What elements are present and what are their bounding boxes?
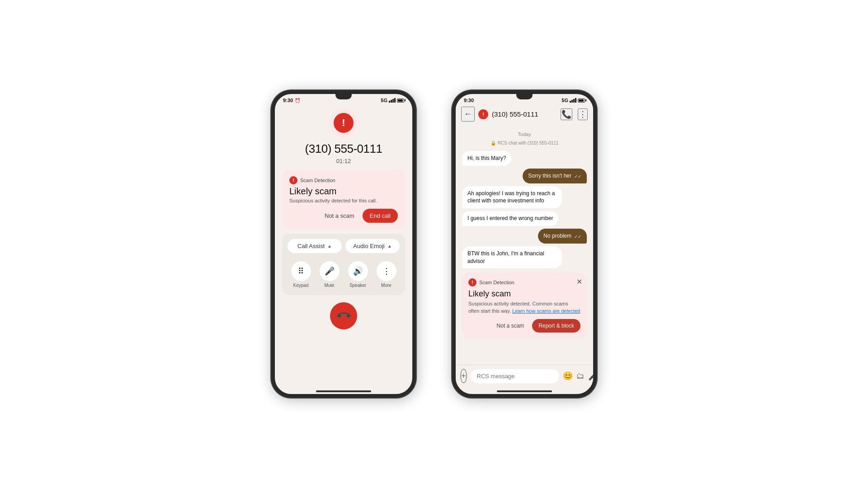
- scam-detection-header: ! Scam Detection: [289, 176, 398, 184]
- checkmarks-icon2: ✓✓: [574, 234, 581, 240]
- phone2-signal: 5G: [561, 98, 585, 103]
- chevron-up-icon: ▲: [327, 244, 332, 249]
- more-icon: ⋮: [377, 261, 396, 281]
- scam-alert-circle: !: [329, 108, 358, 137]
- battery-icon2: [578, 99, 585, 103]
- message-bubble-2: Sorry this isn't her ✓✓: [523, 169, 587, 183]
- call-duration: 01:12: [336, 158, 351, 164]
- scam-dot-icon2: !: [468, 278, 476, 286]
- not-a-scam-msg-button[interactable]: Not a scam: [492, 320, 529, 332]
- scam-msg-header: ! Scam Detection: [468, 278, 580, 286]
- signal-bars-icon2: [570, 98, 576, 103]
- scam-msg-actions: Not a scam Report & block: [468, 319, 580, 333]
- call-assist-label: Call Assist: [297, 243, 325, 249]
- scam-detection-msg-card: ✕ ! Scam Detection Likely scam Suspiciou…: [462, 273, 587, 338]
- audio-emoji-label: Audio Emoji: [353, 243, 384, 249]
- scam-likely-title: Likely scam: [289, 186, 398, 197]
- phone2-notch: [516, 94, 533, 99]
- keypad-label: Keypad: [293, 283, 309, 288]
- hang-up-button[interactable]: 📞: [325, 297, 363, 335]
- call-controls-grid: ⠿ Keypad 🎤 Mute 🔊 Speaker ⋮ More: [288, 259, 400, 290]
- mute-button[interactable]: 🎤 Mute: [316, 259, 343, 290]
- phone1-notch: [335, 94, 352, 99]
- message-bubble-6: BTW this is John, I'm a financial adviso…: [462, 246, 562, 269]
- end-call-button[interactable]: End call: [363, 209, 398, 223]
- scam-description: Suspicious activity detected for this ca…: [289, 198, 398, 203]
- messaging-toolbar: ← ! (310) 555-0111 📞 ⋮: [456, 104, 593, 125]
- time-display2: 9:30: [464, 98, 474, 103]
- scam-exclamation-icon: !: [334, 113, 354, 133]
- alarm-icon: ⏰: [295, 98, 300, 103]
- message-bubble-4: I guess I entered the wrong number: [462, 211, 558, 226]
- call-options-panel: Call Assist ▲ Audio Emoji ▲ ⠿ Keypad 🎤 M…: [282, 234, 405, 295]
- scam-detection-label2: Scam Detection: [479, 280, 514, 285]
- time-display: 9:30: [283, 98, 293, 103]
- battery-icon: [397, 99, 404, 103]
- phone2-time: 9:30: [464, 98, 474, 103]
- mute-icon: 🎤: [320, 261, 340, 281]
- mute-label: Mute: [324, 283, 334, 288]
- keypad-icon: ⠿: [291, 261, 311, 281]
- rcs-note-text: RCS chat with (310) 555-0111: [498, 141, 559, 145]
- signal-bars-icon: [389, 98, 396, 103]
- scam-msg-title: Likely scam: [468, 289, 580, 299]
- sent-text-2: No problem: [543, 232, 571, 240]
- message-input-bar: + 😊 🗂 🎤: [456, 365, 593, 387]
- scam-actions: Not a scam End call: [289, 209, 398, 223]
- sent-text-1: Sorry this isn't her: [528, 172, 571, 180]
- phone2: 9:30 5G ← ! (310) 555-0111 📞 ⋮ Today 🔒: [452, 90, 597, 398]
- voice-button[interactable]: 🎤: [588, 371, 597, 381]
- sticker-button[interactable]: 🗂: [576, 371, 585, 381]
- message-bubble-1: Hi, is this Mary?: [462, 151, 511, 166]
- date-divider: Today: [462, 131, 587, 137]
- speaker-button[interactable]: 🔊 Speaker: [344, 259, 371, 290]
- scam-dot-icon: !: [289, 176, 297, 184]
- report-block-button[interactable]: Report & block: [532, 319, 580, 333]
- message-list: Today 🔒 RCS chat with (310) 555-0111 Hi,…: [456, 125, 593, 365]
- more-button[interactable]: ⋮ More: [373, 259, 400, 290]
- call-assist-button[interactable]: Call Assist ▲: [288, 239, 342, 253]
- toolbar-actions: 📞 ⋮: [561, 108, 588, 120]
- phone1-call-content: ! (310) 555-0111 01:12 ! Scam Detection …: [275, 104, 412, 387]
- attach-button[interactable]: +: [460, 369, 467, 383]
- caller-number: (310) 555-0111: [305, 142, 382, 156]
- speaker-icon: 🔊: [348, 261, 368, 281]
- toolbar-scam-icon: !: [478, 109, 488, 119]
- checkmarks-icon: ✓✓: [574, 174, 581, 180]
- emoji-button[interactable]: 😊: [563, 371, 573, 381]
- speaker-label: Speaker: [349, 283, 366, 288]
- phone1-signal: 5G: [381, 98, 404, 103]
- scam-learn-more-link[interactable]: Learn how scams are detected: [512, 308, 580, 314]
- network-label2: 5G: [561, 98, 568, 103]
- phone2-home-indicator: [497, 390, 552, 392]
- more-options-button[interactable]: ⋮: [578, 108, 588, 120]
- scam-detection-card: ! Scam Detection Likely scam Suspicious …: [282, 170, 405, 229]
- audio-emoji-button[interactable]: Audio Emoji ▲: [345, 239, 400, 253]
- keypad-button[interactable]: ⠿ Keypad: [288, 259, 314, 290]
- more-label: More: [381, 283, 392, 288]
- scam-msg-desc: Suspicious activity detected. Common sca…: [468, 300, 580, 314]
- not-a-scam-button[interactable]: Not a scam: [320, 210, 359, 222]
- phone-hang-up-icon: 📞: [335, 307, 352, 324]
- lock-icon: 🔒: [491, 141, 496, 145]
- network-label: 5G: [381, 98, 387, 103]
- chevron-up-icon2: ▲: [387, 244, 392, 249]
- rcs-note: 🔒 RCS chat with (310) 555-0111: [462, 141, 587, 145]
- message-bubble-3: Ah apologies! I was trying to reach a cl…: [462, 186, 562, 209]
- phone1-time: 9:30 ⏰: [283, 98, 300, 103]
- message-input[interactable]: [471, 369, 559, 383]
- phone1-home-indicator: [316, 390, 371, 392]
- back-button[interactable]: ←: [461, 107, 475, 122]
- phone1: 9:30 ⏰ 5G ! (310) 555-0111 01:12 ! Scam: [271, 90, 416, 398]
- call-options-row: Call Assist ▲ Audio Emoji ▲: [288, 239, 400, 253]
- call-icon-button[interactable]: 📞: [561, 108, 572, 120]
- scam-card-close-button[interactable]: ✕: [576, 277, 582, 286]
- scam-detection-label: Scam Detection: [300, 178, 335, 183]
- message-bubble-5: No problem ✓✓: [538, 229, 587, 244]
- toolbar-contact-number: (310) 555-0111: [492, 110, 557, 118]
